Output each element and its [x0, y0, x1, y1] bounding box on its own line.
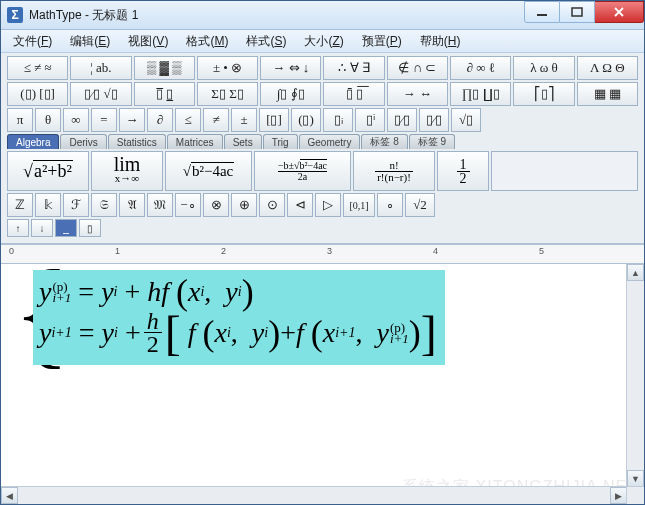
palette-relations[interactable]: ≤ ≠ ≈ — [7, 56, 68, 80]
btn-down[interactable]: ↓ — [31, 219, 53, 237]
mini-toolbar: ↑ ↓ ⎯ ▯ — [7, 219, 107, 237]
palette-spaces[interactable]: ¦ ab. — [70, 56, 131, 80]
tab-geometry[interactable]: Geometry — [299, 134, 361, 149]
sym-infty[interactable]: ∞ — [63, 108, 89, 132]
sym-k[interactable]: 𝕜 — [35, 193, 61, 217]
sym-partial[interactable]: ∂ — [147, 108, 173, 132]
expr-combination[interactable]: n!r!(n−r)! — [353, 151, 435, 191]
close-button[interactable] — [595, 1, 644, 23]
tab-algebra[interactable]: Algebra — [7, 134, 59, 149]
btn-up[interactable]: ↑ — [7, 219, 29, 237]
palette-sub-sup[interactable]: ▯̅ ▯̲ — [134, 82, 195, 106]
sym-S[interactable]: 𝔖 — [91, 193, 117, 217]
horizontal-scrollbar[interactable]: ◀ ▶ — [1, 486, 627, 504]
ruler-mark-5: 5 — [539, 246, 544, 256]
palette-fences[interactable]: (▯) [▯] — [7, 82, 68, 106]
menu-edit[interactable]: 编辑(E) — [62, 31, 118, 52]
minimize-button[interactable] — [524, 1, 560, 23]
menu-help[interactable]: 帮助(H) — [412, 31, 469, 52]
tab-statistics[interactable]: Statistics — [108, 134, 166, 149]
maximize-button[interactable] — [560, 1, 595, 23]
menu-view[interactable]: 视图(V) — [120, 31, 176, 52]
sym-interval[interactable]: [0,1] — [343, 193, 375, 217]
sym-pi[interactable]: π — [7, 108, 33, 132]
sym-ltriangle[interactable]: ⊲ — [287, 193, 313, 217]
palette-overbar[interactable]: ▯̄ ▯͞ — [323, 82, 384, 106]
palette-integrals[interactable]: ∫▯ ∮▯ — [260, 82, 321, 106]
sym-equals[interactable]: = — [91, 108, 117, 132]
equation-block[interactable]: { y(p)i+1 = yi + hf ( xi , yi ) — [13, 270, 445, 365]
sym-A[interactable]: 𝔄 — [119, 193, 145, 217]
sym-otimes[interactable]: ⊗ — [203, 193, 229, 217]
sym-theta[interactable]: θ — [35, 108, 61, 132]
equation-line-2[interactable]: yi+1 = yi + h2 [ f ( xi , yi ) + f — [39, 310, 437, 355]
tmpl-sqrt[interactable]: √▯ — [451, 108, 481, 132]
sym-leq[interactable]: ≤ — [175, 108, 201, 132]
palette-fractions-roots[interactable]: ▯⁄▯ √▯ — [70, 82, 131, 106]
menu-style[interactable]: 样式(S) — [238, 31, 294, 52]
symbol-row-1: ≤ ≠ ≈ ¦ ab. ▒ ▓ ▒ ± • ⊗ → ⇔ ↓ ∴ ∀ ∃ ∉ ∩ … — [7, 56, 638, 80]
palette-set-theory[interactable]: ∉ ∩ ⊂ — [387, 56, 448, 80]
sym-pm[interactable]: ± — [231, 108, 257, 132]
expr-quadratic[interactable]: −b±√b²−4ac 2a — [254, 151, 351, 191]
sym-odot[interactable]: ⊙ — [259, 193, 285, 217]
palette-operators[interactable]: ± • ⊗ — [197, 56, 258, 80]
expr-limit[interactable]: limx→∞ — [91, 151, 163, 191]
sym-circ[interactable]: ∘ — [377, 193, 403, 217]
equation-selection[interactable]: y(p)i+1 = yi + hf ( xi , yi ) yi+1 = yi — [33, 270, 445, 365]
menu-file[interactable]: 文件(F) — [5, 31, 60, 52]
menu-prefs[interactable]: 预置(P) — [354, 31, 410, 52]
sym-minus-circ[interactable]: −∘ — [175, 193, 201, 217]
palette-summation[interactable]: Σ▯ Σ▯ — [197, 82, 258, 106]
tmpl-frac-small[interactable]: ▯⁄▯ — [419, 108, 449, 132]
tab-8[interactable]: 标签 8 — [361, 134, 407, 149]
editor-area[interactable]: { y(p)i+1 = yi + hf ( xi , yi ) — [1, 264, 644, 504]
tmpl-superscript[interactable]: ▯ⁱ — [355, 108, 385, 132]
scroll-up-button[interactable]: ▲ — [627, 264, 644, 281]
sym-Z[interactable]: ℤ — [7, 193, 33, 217]
small-symbol-bar: π θ ∞ = → ∂ ≤ ≠ ± [▯] (▯) ▯ᵢ ▯ⁱ ▯⁄▯ ▯⁄▯ … — [7, 108, 638, 132]
tmpl-frac-full[interactable]: ▯⁄▯ — [387, 108, 417, 132]
equation-line-1[interactable]: y(p)i+1 = yi + hf ( xi , yi ) — [39, 276, 437, 308]
palette-greek-lower[interactable]: λ ω θ — [513, 56, 574, 80]
ruler[interactable]: 0 1 2 3 4 5 — [1, 244, 644, 264]
tab-derivs[interactable]: Derivs — [60, 134, 106, 149]
palette-labeled-arrows[interactable]: → ↔ — [387, 82, 448, 106]
scroll-left-button[interactable]: ◀ — [1, 487, 18, 504]
fraction-h-over-2[interactable]: h2 — [144, 310, 162, 355]
scroll-corner — [626, 486, 644, 504]
sym-arrow[interactable]: → — [119, 108, 145, 132]
palette-greek-upper[interactable]: Λ Ω Θ — [577, 56, 638, 80]
palette-logic[interactable]: ∴ ∀ ∃ — [323, 56, 384, 80]
tab-9[interactable]: 标签 9 — [409, 134, 455, 149]
btn-line[interactable]: ⎯ — [55, 219, 77, 237]
sym-sqrt2[interactable]: √2 — [405, 193, 435, 217]
ruler-mark-3: 3 — [327, 246, 332, 256]
sym-oplus[interactable]: ⊕ — [231, 193, 257, 217]
expr-discriminant[interactable]: √b²−4ac — [165, 151, 252, 191]
palette-products[interactable]: ∏▯ ∐▯ — [450, 82, 511, 106]
tmpl-parens[interactable]: (▯) — [291, 108, 321, 132]
menu-format[interactable]: 格式(M) — [178, 31, 236, 52]
scroll-right-button[interactable]: ▶ — [610, 487, 627, 504]
palette-embellish[interactable]: ▒ ▓ ▒ — [134, 56, 195, 80]
palette-hat-tilde[interactable]: ⎡▯⎤ — [513, 82, 574, 106]
sym-neq[interactable]: ≠ — [203, 108, 229, 132]
scroll-down-button[interactable]: ▼ — [627, 470, 644, 487]
menu-size[interactable]: 大小(Z) — [296, 31, 351, 52]
tab-trig[interactable]: Trig — [263, 134, 298, 149]
expr-pythag[interactable]: √a²+b² — [7, 151, 89, 191]
tab-sets[interactable]: Sets — [224, 134, 262, 149]
vertical-scrollbar[interactable]: ▲ ▼ — [626, 264, 644, 487]
palette-matrices[interactable]: ▦ ▦ — [577, 82, 638, 106]
tab-matrices[interactable]: Matrices — [167, 134, 223, 149]
sym-rtriangle[interactable]: ▷ — [315, 193, 341, 217]
btn-box[interactable]: ▯ — [79, 219, 101, 237]
tmpl-brackets[interactable]: [▯] — [259, 108, 289, 132]
sym-M[interactable]: 𝔐 — [147, 193, 173, 217]
sym-F[interactable]: ℱ — [63, 193, 89, 217]
palette-arrows[interactable]: → ⇔ ↓ — [260, 56, 321, 80]
tmpl-subscript[interactable]: ▯ᵢ — [323, 108, 353, 132]
expr-onehalf[interactable]: 12 — [437, 151, 489, 191]
palette-calculus-symbols[interactable]: ∂ ∞ ℓ — [450, 56, 511, 80]
